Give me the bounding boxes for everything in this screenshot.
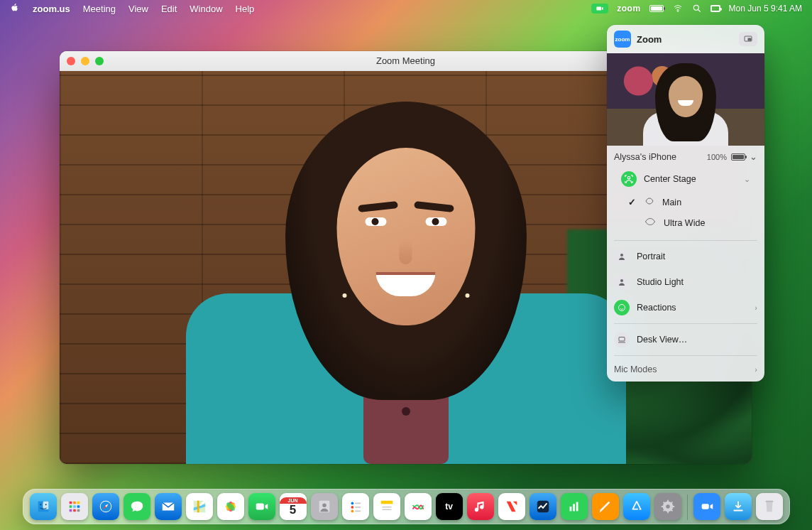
- svg-rect-13: [77, 502, 79, 504]
- svg-rect-40: [573, 504, 575, 511]
- svg-rect-37: [382, 509, 391, 510]
- dock-messages[interactable]: [124, 493, 150, 520]
- checkmark-icon: ✓: [627, 197, 637, 207]
- svg-point-6: [620, 279, 623, 282]
- window-title: Zoom Meeting: [376, 55, 435, 66]
- studio-light-icon: [614, 274, 630, 290]
- desk-view-label: Desk View…: [637, 335, 757, 345]
- svg-rect-26: [256, 503, 263, 509]
- apple-menu[interactable]: [10, 3, 20, 15]
- dock-freeform[interactable]: [405, 493, 432, 520]
- device-name: Alyssa's iPhone: [614, 152, 703, 162]
- dock-launchpad[interactable]: [61, 493, 88, 520]
- dock-calendar[interactable]: JUN5: [280, 493, 307, 520]
- menubar-datetime[interactable]: Mon Jun 5 9:41 AM: [729, 4, 802, 13]
- svg-rect-3: [748, 38, 751, 40]
- center-stage-option-ultrawide[interactable]: Ultra Wide: [620, 212, 757, 233]
- mic-modes-row[interactable]: Mic Modes ›: [607, 359, 764, 382]
- dock-downloads[interactable]: [725, 493, 752, 520]
- svg-point-33: [351, 510, 353, 513]
- dock-stocks[interactable]: [530, 493, 556, 520]
- undock-button[interactable]: [739, 32, 757, 46]
- dock-maps[interactable]: [186, 493, 213, 520]
- lens-wide-icon: [644, 217, 657, 228]
- pip-icon: [743, 35, 753, 43]
- dock-facetime[interactable]: [248, 493, 275, 520]
- close-button[interactable]: [67, 57, 75, 65]
- dock-system-settings[interactable]: [654, 493, 681, 520]
- battery-status-icon[interactable]: [649, 5, 664, 12]
- desk-view-row[interactable]: Desk View…: [607, 327, 764, 352]
- svg-rect-45: [765, 501, 773, 502]
- center-stage-icon: [621, 171, 637, 187]
- dock-pages[interactable]: [592, 493, 619, 520]
- camera-in-use-app[interactable]: zoom: [617, 4, 640, 13]
- option-main-label: Main: [662, 198, 750, 207]
- menubar: zoom.us Meeting View Edit Window Help zo…: [0, 0, 812, 17]
- dock-zoom-app[interactable]: [693, 493, 720, 520]
- dock-contacts[interactable]: [311, 493, 338, 520]
- dock-news[interactable]: [498, 493, 525, 520]
- dock-numbers[interactable]: [561, 493, 588, 520]
- svg-point-29: [351, 502, 353, 505]
- dock-app-store[interactable]: [623, 493, 650, 520]
- center-stage-label: Center Stage: [644, 174, 737, 184]
- dock-reminders[interactable]: [342, 493, 369, 520]
- panel-app-name: Zoom: [637, 34, 733, 45]
- svg-point-0: [677, 11, 679, 12]
- dock-trash[interactable]: [756, 493, 783, 520]
- desk-view-icon: [614, 332, 630, 347]
- menu-meeting[interactable]: Meeting: [83, 4, 116, 14]
- svg-point-28: [322, 503, 327, 507]
- dock-finder[interactable]: [30, 493, 57, 520]
- svg-rect-18: [73, 509, 76, 512]
- camera-in-use-pill[interactable]: [591, 4, 608, 13]
- battery-icon: [731, 153, 745, 161]
- menu-view[interactable]: View: [128, 4, 148, 14]
- svg-rect-35: [380, 501, 393, 504]
- portrait-row[interactable]: Portrait: [607, 244, 764, 269]
- dock-tv[interactable]: tv: [436, 493, 463, 520]
- menu-window[interactable]: Window: [190, 4, 222, 14]
- mic-modes-label: Mic Modes: [614, 364, 657, 374]
- wifi-icon[interactable]: [672, 4, 684, 13]
- video-subject: [186, 80, 626, 464]
- desktop: zoom.us Meeting View Edit Window Help zo…: [0, 0, 812, 530]
- svg-rect-16: [77, 505, 79, 508]
- svg-rect-41: [576, 502, 578, 512]
- device-row[interactable]: Alyssa's iPhone 100% ⌄: [614, 150, 757, 166]
- svg-rect-36: [382, 507, 391, 507]
- chevron-down-icon: ⌄: [750, 151, 757, 162]
- traffic-lights: [67, 57, 104, 65]
- menu-help[interactable]: Help: [236, 4, 255, 14]
- svg-point-10: [45, 504, 46, 505]
- center-stage-row[interactable]: Center Stage ⌄: [614, 166, 757, 192]
- minimize-button[interactable]: [81, 57, 89, 65]
- svg-rect-11: [69, 502, 72, 504]
- dock-photos[interactable]: [217, 493, 244, 520]
- dock-music[interactable]: [467, 493, 494, 520]
- svg-rect-17: [69, 509, 72, 512]
- svg-rect-19: [77, 509, 79, 512]
- spotlight-icon[interactable]: [692, 4, 702, 13]
- center-stage-option-main[interactable]: ✓ Main: [620, 192, 757, 212]
- svg-rect-15: [73, 505, 76, 508]
- control-center-icon[interactable]: [710, 5, 720, 12]
- svg-rect-12: [73, 502, 76, 504]
- chevron-right-icon: ›: [755, 303, 757, 312]
- svg-point-1: [693, 5, 698, 10]
- svg-point-7: [619, 305, 625, 311]
- reactions-row[interactable]: Reactions ›: [607, 295, 764, 320]
- dock-notes[interactable]: [373, 493, 400, 520]
- studio-light-row[interactable]: Studio Light: [607, 269, 764, 295]
- svg-point-4: [627, 177, 630, 180]
- option-ultrawide-label: Ultra Wide: [664, 218, 750, 228]
- dock-mail[interactable]: [155, 493, 182, 520]
- dock-safari[interactable]: [92, 493, 119, 520]
- svg-rect-44: [701, 504, 708, 509]
- app-menu-title[interactable]: zoom.us: [33, 4, 70, 14]
- dock-separator: [687, 494, 688, 520]
- menu-edit[interactable]: Edit: [161, 4, 177, 14]
- reactions-label: Reactions: [637, 303, 747, 313]
- fullscreen-button[interactable]: [95, 57, 104, 65]
